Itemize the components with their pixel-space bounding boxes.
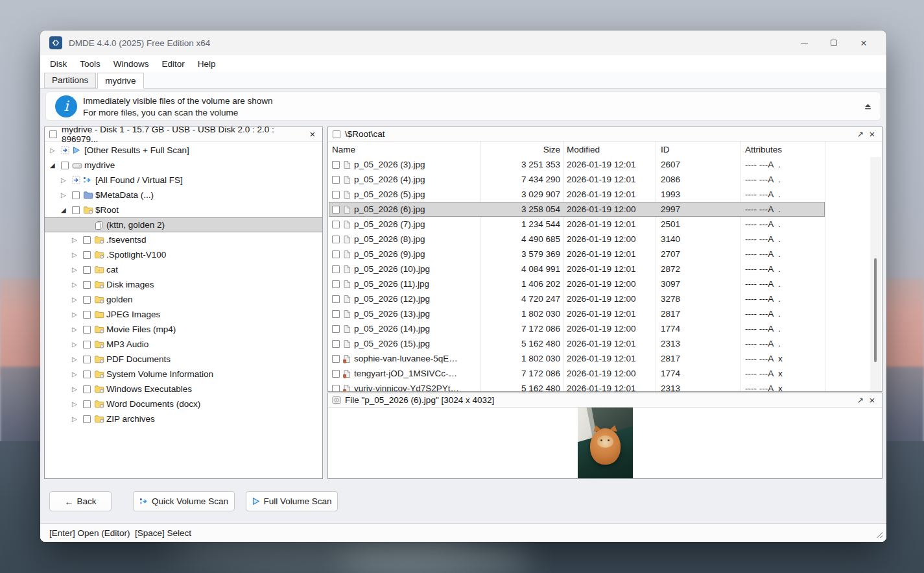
file-checkbox[interactable] xyxy=(332,265,340,273)
file-row[interactable]: p_05_2026 (5).jpg3 029 9072026-01-19 12:… xyxy=(328,187,870,202)
tree-item-checkbox[interactable] xyxy=(83,326,91,334)
file-panel-close-button[interactable]: × xyxy=(866,128,878,140)
path-checkbox[interactable] xyxy=(333,130,340,138)
tree-item-checkbox[interactable] xyxy=(83,385,91,393)
file-row[interactable]: p_05_2026 (12).jpg4 720 2472026-01-19 12… xyxy=(328,291,870,306)
expand-arrow-icon[interactable]: ▷ xyxy=(72,401,77,408)
file-checkbox[interactable] xyxy=(332,310,340,318)
tree-item-checkbox[interactable] xyxy=(83,371,91,378)
tree-item-mp3-audio[interactable]: ▷MP3 Audio xyxy=(45,337,322,352)
file-row[interactable]: p_05_2026 (14).jpg7 172 0862026-01-19 12… xyxy=(328,321,870,336)
tree-item-checkbox[interactable] xyxy=(72,191,80,199)
file-row[interactable]: p_05_2026 (13).jpg1 802 0302026-01-19 12… xyxy=(328,306,870,321)
file-checkbox[interactable] xyxy=(332,191,340,199)
scrollbar-thumb[interactable] xyxy=(874,258,877,362)
resize-grip[interactable] xyxy=(875,531,883,538)
title-bar[interactable]: DMDE 4.4.0 (2025) Free Edition x64 × xyxy=(40,30,886,55)
tree-item-golden[interactable]: ▷golden xyxy=(45,292,322,307)
tree-item-checkbox[interactable] xyxy=(83,415,91,423)
column-header-id[interactable]: ID xyxy=(661,141,740,157)
file-row[interactable]: yuriy-vinnicov-Yd7S2PYtc-o...5 162 48020… xyxy=(328,381,870,391)
column-header-name[interactable]: Name xyxy=(332,141,478,157)
tree-item-windows-executables[interactable]: ▷Windows Executables xyxy=(45,382,322,396)
expand-arrow-icon[interactable]: ▷ xyxy=(72,341,77,348)
file-checkbox[interactable] xyxy=(332,340,340,348)
expand-arrow-icon[interactable]: ▷ xyxy=(72,252,77,258)
tab-mydrive[interactable]: mydrive xyxy=(97,73,143,89)
menu-disk[interactable]: Disk xyxy=(43,55,73,72)
column-header-attributes[interactable]: Attributes xyxy=(745,141,825,157)
tree-item-word-documents-docx-[interactable]: ▷Word Documents (docx) xyxy=(45,396,322,411)
expand-arrow-icon[interactable]: ▷ xyxy=(72,267,77,273)
back-button[interactable]: ← Back xyxy=(49,491,112,511)
collapse-arrow-icon[interactable]: ◢ xyxy=(50,162,55,169)
quick-volume-scan-button[interactable]: Quick Volume Scan xyxy=(133,491,235,511)
tree-item-disk-images[interactable]: ▷Disk images xyxy=(45,277,322,292)
menu-editor[interactable]: Editor xyxy=(156,55,191,72)
expand-arrow-icon[interactable]: ▷ xyxy=(72,326,77,333)
file-row[interactable]: p_05_2026 (8).jpg4 490 6852026-01-19 12:… xyxy=(328,232,870,247)
tree-item-checkbox[interactable] xyxy=(83,251,91,259)
preview-popout-button[interactable]: ↗ xyxy=(855,395,866,406)
file-checkbox[interactable] xyxy=(332,295,340,303)
file-checkbox[interactable] xyxy=(332,161,340,169)
file-row[interactable]: p_05_2026 (9).jpg3 579 3692026-01-19 12:… xyxy=(328,247,870,262)
menu-windows[interactable]: Windows xyxy=(107,55,156,72)
tree-item-checkbox[interactable] xyxy=(83,311,91,319)
tree-item--other-results-full-scan-[interactable]: ▷[Other Results + Full Scan] xyxy=(45,143,322,158)
file-row[interactable]: p_05_2026 (6).jpg3 258 0542026-01-19 12:… xyxy=(328,202,870,217)
tree-item-checkbox[interactable] xyxy=(83,281,91,289)
expand-arrow-icon[interactable]: ▷ xyxy=(72,371,77,378)
tree-item-checkbox[interactable] xyxy=(83,356,91,363)
file-panel-header[interactable]: \$Root\cat ↗ × xyxy=(328,127,882,141)
tree-item--metadata-[interactable]: ▷$MetaData (...) xyxy=(45,188,322,202)
column-header-modified[interactable]: Modified xyxy=(567,141,656,157)
preview-close-button[interactable]: × xyxy=(866,395,878,406)
tree-item--all-found-virtual-fs-[interactable]: ▷[All Found / Virtual FS] xyxy=(45,173,322,188)
tree-item--fseventsd[interactable]: ▷.fseventsd xyxy=(45,232,322,247)
collapse-banner-button[interactable] xyxy=(862,101,873,112)
file-row[interactable]: p_05_2026 (15).jpg5 162 4802026-01-19 12… xyxy=(328,336,870,351)
file-row[interactable]: tengyart-jOD_1MSIVCc-unsp...7 172 086202… xyxy=(328,366,870,381)
tree-item-checkbox[interactable] xyxy=(83,400,91,408)
preview-image-cat-on-car[interactable] xyxy=(578,408,633,478)
file-panel-popout-button[interactable]: ↗ xyxy=(855,128,866,140)
expand-arrow-icon[interactable]: ▷ xyxy=(72,386,77,393)
tree-panel-close-button[interactable]: × xyxy=(307,128,318,140)
file-checkbox[interactable] xyxy=(332,221,340,228)
collapse-arrow-icon[interactable]: ◢ xyxy=(61,207,66,213)
tree-item-checkbox[interactable] xyxy=(83,266,91,274)
file-row[interactable]: sophie-van-luvanee-5qEJKe5...1 802 03020… xyxy=(328,351,870,366)
tree-item-checkbox[interactable] xyxy=(72,206,80,214)
file-checkbox[interactable] xyxy=(332,206,340,213)
file-checkbox[interactable] xyxy=(332,385,340,392)
file-row[interactable]: p_05_2026 (4).jpg7 434 2902026-01-19 12:… xyxy=(328,172,870,187)
file-list-scrollbar[interactable] xyxy=(870,157,881,391)
tree-item--root[interactable]: ◢$Root xyxy=(45,202,322,217)
file-checkbox[interactable] xyxy=(332,176,340,184)
expand-arrow-icon[interactable]: ▷ xyxy=(72,282,77,288)
expand-arrow-icon[interactable]: ▷ xyxy=(72,356,77,363)
file-row[interactable]: p_05_2026 (11).jpg1 406 2022026-01-19 12… xyxy=(328,276,870,291)
file-row[interactable]: p_05_2026 (10).jpg4 084 9912026-01-19 12… xyxy=(328,262,870,276)
menu-tools[interactable]: Tools xyxy=(73,55,107,72)
column-header-size[interactable]: Size xyxy=(480,141,560,157)
file-row[interactable]: p_05_2026 (3).jpg3 251 3532026-01-19 12:… xyxy=(328,157,870,172)
tree-panel-header[interactable]: mydrive - Disk 1 - 15.7 GB - USB - USB D… xyxy=(45,127,322,141)
expand-arrow-icon[interactable]: ▷ xyxy=(72,311,77,318)
tab-partitions[interactable]: Partitions xyxy=(44,73,96,88)
tree-item-checkbox[interactable] xyxy=(83,296,91,304)
expand-arrow-icon[interactable]: ▷ xyxy=(61,177,66,184)
minimize-button[interactable] xyxy=(789,32,819,54)
file-checkbox[interactable] xyxy=(332,250,340,258)
expand-arrow-icon[interactable]: ▷ xyxy=(50,147,55,154)
column-header-row[interactable]: NameSizeModifiedIDAttributes xyxy=(328,141,882,157)
file-row[interactable]: p_05_2026 (7).jpg1 234 5442026-01-19 12:… xyxy=(328,217,870,232)
file-checkbox[interactable] xyxy=(332,236,340,243)
expand-arrow-icon[interactable]: ▷ xyxy=(72,237,77,243)
file-checkbox[interactable] xyxy=(332,355,340,363)
full-volume-scan-button[interactable]: Full Volume Scan xyxy=(246,491,338,511)
tree-header-checkbox[interactable] xyxy=(49,130,57,138)
expand-arrow-icon[interactable]: ▷ xyxy=(72,297,77,303)
menu-help[interactable]: Help xyxy=(191,55,222,72)
